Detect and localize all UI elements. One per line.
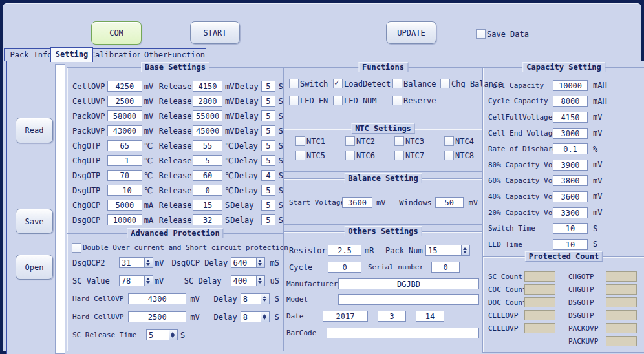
model-field[interactable]: [338, 294, 479, 305]
value-field[interactable]: 70: [107, 170, 142, 181]
save-button[interactable]: Save: [16, 209, 53, 234]
function-checkbox[interactable]: Switch: [289, 79, 333, 88]
function-checkbox[interactable]: Reserve: [392, 96, 440, 105]
checkbox-box[interactable]: [444, 151, 454, 160]
checkbox-box[interactable]: [333, 79, 343, 88]
tab-otherfunction[interactable]: OtherFunction: [140, 48, 206, 61]
spinner-icon[interactable]: [257, 257, 265, 268]
function-checkbox[interactable]: LED_EN: [289, 96, 333, 105]
release-field[interactable]: 32: [193, 214, 222, 225]
hard-cellovp-delay-field[interactable]: 8: [241, 293, 261, 304]
spinner-icon[interactable]: [462, 245, 470, 256]
value-field[interactable]: -1: [107, 155, 142, 166]
delay-field[interactable]: 5: [261, 214, 275, 225]
dsgocp-delay-field[interactable]: 640: [231, 257, 257, 268]
ntc-checkbox[interactable]: NTC2: [345, 136, 394, 146]
function-checkbox[interactable]: LoadDetect: [333, 79, 392, 88]
value-field[interactable]: 4150: [553, 112, 588, 123]
update-button[interactable]: UPDATE: [386, 21, 436, 44]
release-field[interactable]: 5: [193, 155, 222, 166]
ntc-checkbox[interactable]: NTC7: [394, 151, 444, 160]
date-month-field[interactable]: 3: [378, 311, 406, 322]
value-field[interactable]: 3000: [553, 128, 588, 139]
value-field[interactable]: 3600: [553, 191, 588, 202]
cycle-field[interactable]: 0: [328, 262, 361, 273]
checkbox-box[interactable]: [440, 79, 450, 88]
ntc-checkbox[interactable]: NTC1: [295, 136, 345, 146]
delay-field[interactable]: 5: [261, 125, 275, 136]
release-field[interactable]: 4150: [193, 81, 222, 92]
release-field[interactable]: 15: [193, 200, 222, 211]
release-field[interactable]: 45000: [193, 125, 222, 136]
delay-field[interactable]: 4: [261, 170, 275, 181]
value-field[interactable]: 58000: [107, 110, 142, 121]
checkbox-box[interactable]: [394, 136, 404, 146]
spinner-icon[interactable]: [261, 311, 270, 322]
value-field[interactable]: 4250: [107, 81, 142, 92]
checkbox-box[interactable]: [392, 96, 402, 105]
dsgocp2-stepper[interactable]: 31: [119, 257, 153, 268]
checkbox-box[interactable]: [333, 96, 343, 105]
checkbox-box[interactable]: [345, 151, 355, 160]
save-data-checkbox[interactable]: Save Data: [476, 29, 529, 39]
hard-celluvp-delay-stepper[interactable]: 8: [241, 311, 270, 322]
pack-num-stepper[interactable]: 15: [425, 245, 470, 256]
dsgocp2-field[interactable]: 31: [119, 257, 145, 268]
hard-cellovp-delay-stepper[interactable]: 8: [241, 293, 270, 304]
vertical-splitter[interactable]: [55, 64, 65, 354]
function-checkbox[interactable]: Balance: [392, 79, 440, 88]
hard-celluvp-delay-field[interactable]: 8: [241, 311, 261, 322]
sc-delay-stepper[interactable]: 400: [231, 275, 265, 286]
delay-field[interactable]: 5: [261, 81, 275, 92]
value-field[interactable]: 3900: [553, 160, 588, 171]
tab-calibration[interactable]: Calibration: [85, 48, 147, 61]
spinner-icon[interactable]: [145, 275, 153, 286]
value-field[interactable]: 65: [107, 140, 142, 151]
hard-cellovp-field[interactable]: 4300: [128, 293, 186, 304]
save-data-checkbox-box[interactable]: [476, 29, 486, 39]
release-field[interactable]: 2800: [193, 96, 222, 107]
double-protection-checkbox[interactable]: Double Over current and Short circuit pr…: [72, 243, 288, 253]
pack-num-field[interactable]: 15: [425, 245, 462, 256]
com-button[interactable]: COM: [91, 21, 142, 45]
value-field[interactable]: 2500: [107, 96, 142, 107]
spinner-icon[interactable]: [261, 293, 270, 304]
delay-field[interactable]: 5: [261, 96, 275, 107]
delay-field[interactable]: 5: [261, 185, 275, 196]
value-field[interactable]: 5000: [107, 200, 142, 211]
checkbox-box[interactable]: [295, 151, 305, 160]
sc-release-time-field[interactable]: 5: [146, 329, 169, 340]
value-field[interactable]: 10: [553, 239, 588, 250]
windows-field[interactable]: 50: [435, 197, 463, 208]
checkbox-box[interactable]: [289, 79, 299, 88]
delay-field[interactable]: 5: [261, 140, 275, 151]
value-field[interactable]: 43000: [107, 125, 142, 136]
value-field[interactable]: 3800: [553, 175, 588, 186]
tab-setting[interactable]: Setting: [50, 47, 93, 62]
checkbox-box[interactable]: [444, 136, 454, 146]
checkbox-box[interactable]: [289, 96, 299, 105]
ntc-checkbox[interactable]: NTC3: [394, 136, 444, 146]
release-field[interactable]: 0: [193, 185, 222, 196]
release-field[interactable]: 60: [193, 170, 222, 181]
sc-release-time-stepper[interactable]: 5: [146, 329, 178, 340]
checkbox-box[interactable]: [392, 79, 402, 88]
manufacturer-field[interactable]: DGJBD: [338, 278, 479, 289]
start-button[interactable]: START: [190, 21, 240, 44]
value-field[interactable]: 10000: [107, 214, 142, 225]
value-field[interactable]: 8000: [553, 96, 588, 107]
resistor-field[interactable]: 2.5: [328, 245, 361, 256]
ntc-checkbox[interactable]: NTC8: [444, 151, 482, 160]
function-checkbox[interactable]: LED_NUM: [333, 96, 392, 105]
spinner-icon[interactable]: [169, 329, 178, 340]
value-field[interactable]: 3300: [553, 207, 588, 218]
barcode-field[interactable]: [327, 328, 479, 338]
date-day-field[interactable]: 14: [416, 311, 444, 322]
delay-field[interactable]: 5: [261, 110, 275, 121]
value-field[interactable]: 10: [553, 223, 588, 234]
dsgocp-delay-stepper[interactable]: 640: [231, 257, 265, 268]
value-field[interactable]: 10000: [553, 80, 588, 91]
open-button[interactable]: Open: [16, 255, 53, 280]
value-field[interactable]: -10: [107, 185, 142, 196]
release-field[interactable]: 55: [193, 140, 222, 151]
